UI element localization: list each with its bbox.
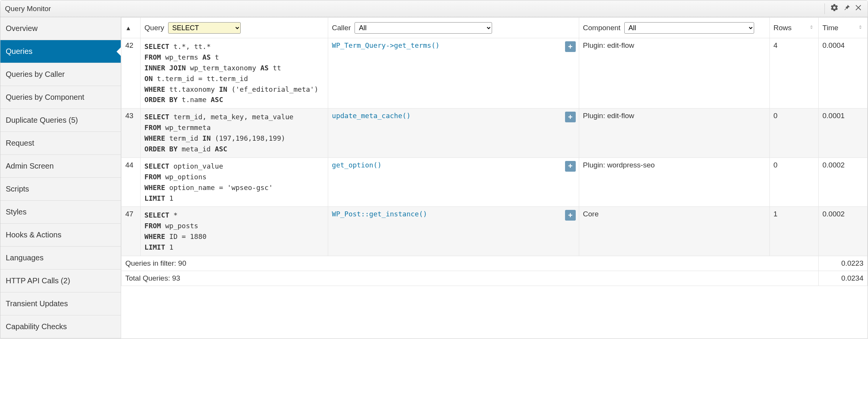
row-number: 47 — [121, 207, 141, 256]
gear-icon — [830, 3, 839, 14]
sidebar-item-languages[interactable]: Languages — [0, 247, 121, 270]
row-number: 43 — [121, 109, 141, 158]
sort-asc-icon: ▲ — [125, 25, 131, 31]
sort-icon — [808, 24, 815, 32]
query-monitor-panel: Query Monitor OverviewQueriesQueries by … — [0, 0, 868, 339]
rows-cell: 0 — [769, 109, 818, 158]
query-cell: SELECT term_id, meta_key, meta_value FRO… — [141, 109, 328, 158]
panel-header-actions — [824, 3, 863, 14]
col-caller-label: Caller — [332, 24, 351, 32]
component-cell: Core — [579, 207, 769, 256]
close-button[interactable] — [855, 3, 863, 14]
caller-cell: get_option()+ — [328, 158, 579, 207]
col-time-label: Time — [823, 24, 839, 32]
col-rows-label: Rows — [774, 24, 792, 32]
footer-filter-row: Queries in filter: 90 0.0223 — [121, 256, 868, 271]
rows-cell: 4 — [769, 38, 818, 109]
caller-link[interactable]: WP_Term_Query->get_terms() — [332, 41, 440, 49]
footer-total-row: Total Queries: 93 0.0234 — [121, 271, 868, 286]
caller-link[interactable]: update_meta_cache() — [332, 112, 411, 120]
table-row: 43SELECT term_id, meta_key, meta_value F… — [121, 109, 868, 158]
close-icon — [855, 3, 863, 14]
row-number: 42 — [121, 38, 141, 109]
sidebar-item-queries-by-caller[interactable]: Queries by Caller — [0, 63, 121, 86]
col-sort-number[interactable]: ▲ — [121, 18, 141, 38]
panel-title: Query Monitor — [5, 5, 51, 13]
component-cell: Plugin: edit-flow — [579, 109, 769, 158]
col-time-header[interactable]: Time — [818, 18, 867, 38]
sidebar-item-scripts[interactable]: Scripts — [0, 178, 121, 201]
sql-code: SELECT * FROM wp_posts WHERE ID = 1880 L… — [144, 210, 324, 253]
sidebar-item-queries-by-component[interactable]: Queries by Component — [0, 86, 121, 109]
sidebar-item-styles[interactable]: Styles — [0, 201, 121, 224]
component-cell: Plugin: edit-flow — [579, 38, 769, 109]
sort-icon — [857, 24, 863, 32]
component-filter[interactable]: All — [624, 22, 754, 34]
col-component-header: Component All — [579, 18, 769, 38]
sidebar-item-overview[interactable]: Overview — [0, 17, 121, 40]
pin-icon — [842, 3, 851, 14]
caller-cell: WP_Term_Query->get_terms()+ — [328, 38, 579, 109]
expand-caller-button[interactable]: + — [565, 210, 576, 221]
footer-total-time: 0.0234 — [818, 271, 867, 286]
caller-link[interactable]: get_option() — [332, 161, 382, 169]
sidebar-item-queries[interactable]: Queries — [0, 40, 121, 63]
footer-filter-time: 0.0223 — [818, 256, 867, 271]
col-query-header: Query SELECT — [141, 18, 328, 38]
sidebar-item-request[interactable]: Request — [0, 132, 121, 155]
sidebar-item-capability-checks[interactable]: Capability Checks — [0, 315, 121, 338]
sidebar-item-hooks-actions[interactable]: Hooks & Actions — [0, 224, 121, 247]
query-cell: SELECT * FROM wp_posts WHERE ID = 1880 L… — [141, 207, 328, 256]
caller-cell: update_meta_cache()+ — [328, 109, 579, 158]
main-content: ▲ Query SELECT Call — [121, 17, 868, 338]
queries-table: ▲ Query SELECT Call — [121, 17, 868, 286]
footer-total-label: Total Queries: 93 — [121, 271, 819, 286]
time-cell: 0.0001 — [818, 109, 867, 158]
query-type-filter[interactable]: SELECT — [168, 22, 241, 34]
sidebar: OverviewQueriesQueries by CallerQueries … — [0, 17, 121, 338]
rows-cell: 1 — [769, 207, 818, 256]
row-number: 44 — [121, 158, 141, 207]
table-row: 44SELECT option_value FROM wp_options WH… — [121, 158, 868, 207]
sql-code: SELECT term_id, meta_key, meta_value FRO… — [144, 112, 324, 154]
header-separator — [824, 3, 825, 14]
col-component-label: Component — [583, 24, 620, 32]
sidebar-item-duplicate-queries-5[interactable]: Duplicate Queries (5) — [0, 109, 121, 132]
query-cell: SELECT option_value FROM wp_options WHER… — [141, 158, 328, 207]
table-row: 47SELECT * FROM wp_posts WHERE ID = 1880… — [121, 207, 868, 256]
expand-caller-button[interactable]: + — [565, 161, 576, 172]
rows-cell: 0 — [769, 158, 818, 207]
settings-button[interactable] — [830, 3, 839, 14]
caller-filter[interactable]: All — [355, 22, 492, 34]
caller-link[interactable]: WP_Post::get_instance() — [332, 210, 427, 218]
caller-cell: WP_Post::get_instance()+ — [328, 207, 579, 256]
sidebar-item-admin-screen[interactable]: Admin Screen — [0, 155, 121, 178]
col-query-label: Query — [144, 24, 164, 32]
time-cell: 0.0002 — [818, 207, 867, 256]
sidebar-item-http-api-calls-2[interactable]: HTTP API Calls (2) — [0, 270, 121, 292]
col-rows-header[interactable]: Rows — [769, 18, 818, 38]
footer-filter-label: Queries in filter: 90 — [121, 256, 819, 271]
sidebar-item-transient-updates[interactable]: Transient Updates — [0, 292, 121, 315]
pin-button[interactable] — [842, 3, 851, 14]
table-row: 42SELECT t.*, tt.* FROM wp_terms AS t IN… — [121, 38, 868, 109]
expand-caller-button[interactable]: + — [565, 112, 576, 122]
time-cell: 0.0004 — [818, 38, 867, 109]
query-cell: SELECT t.*, tt.* FROM wp_terms AS t INNE… — [141, 38, 328, 109]
component-cell: Plugin: wordpress-seo — [579, 158, 769, 207]
sql-code: SELECT option_value FROM wp_options WHER… — [144, 161, 324, 204]
col-caller-header: Caller All — [328, 18, 579, 38]
time-cell: 0.0002 — [818, 158, 867, 207]
expand-caller-button[interactable]: + — [565, 41, 576, 52]
sql-code: SELECT t.*, tt.* FROM wp_terms AS t INNE… — [144, 41, 324, 105]
panel-header: Query Monitor — [0, 0, 868, 17]
